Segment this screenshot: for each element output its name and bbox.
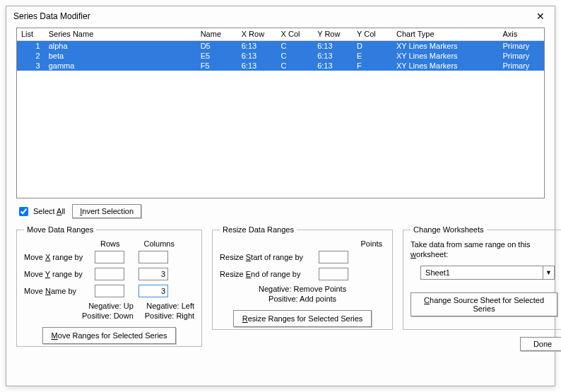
- col-header-name[interactable]: Name: [196, 28, 237, 41]
- table-row[interactable]: 2betaE56:13C6:13EXY Lines MarkersPrimary: [17, 51, 544, 61]
- move-btn-u: M: [52, 331, 58, 340]
- move-name-cols-input[interactable]: [138, 285, 168, 297]
- move-name-rows-input[interactable]: [95, 285, 124, 297]
- cell-name: E5: [196, 51, 237, 61]
- resize-s-pre: Resize: [220, 253, 246, 261]
- table-row[interactable]: 1alphaD56:13C6:13DXY Lines MarkersPrimar…: [17, 41, 544, 52]
- cell-series: beta: [45, 51, 196, 61]
- resize-s-u: S: [246, 253, 251, 261]
- move-btn-post: ove Ranges for Selected Series: [58, 331, 167, 340]
- change-text-post: orksheet:: [416, 250, 448, 259]
- cell-ycol: F: [353, 61, 392, 71]
- cell-yrow: 6:13: [313, 51, 353, 61]
- cell-xcol: C: [277, 61, 314, 71]
- change-btn-u: C: [424, 296, 430, 304]
- resize-legend: Resize Data Ranges: [220, 225, 297, 234]
- move-y-post: range by: [50, 270, 83, 278]
- resize-data-ranges-group: Resize Data Ranges Points Resize Start o…: [212, 225, 393, 330]
- move-ranges-button[interactable]: Move Ranges for Selected Series: [42, 327, 177, 344]
- move-hdr-rows: Rows: [100, 239, 120, 248]
- chevron-down-icon[interactable]: ▼: [543, 266, 554, 279]
- move-x-rows-input[interactable]: [95, 251, 124, 263]
- move-note-rows: Negative: Up Positive: Down: [82, 302, 134, 321]
- resize-btn-u: R: [242, 314, 248, 323]
- move-y-pre: Move: [24, 270, 45, 278]
- resize-end-input[interactable]: [319, 268, 348, 280]
- change-text-pre: Take data from same range on this: [411, 240, 530, 249]
- resize-e-post: nd of range by: [251, 270, 300, 278]
- cell-chart: XY Lines Markers: [392, 61, 498, 71]
- cell-list: 1: [17, 41, 45, 52]
- move-x-cols-input[interactable]: [138, 251, 168, 263]
- move-n-post: ame by: [51, 287, 76, 295]
- cell-xcol: C: [277, 41, 314, 52]
- cell-axis: Primary: [498, 51, 544, 61]
- cell-ycol: D: [353, 41, 392, 52]
- invert-post: nvert Selection: [82, 207, 134, 215]
- done-button[interactable]: Done: [520, 337, 561, 351]
- select-all-checkbox[interactable]: [19, 207, 28, 216]
- cell-chart: XY Lines Markers: [392, 51, 498, 61]
- series-grid[interactable]: List Series Name Name X Row X Col Y Row …: [16, 28, 545, 198]
- change-btn-post: hange Source Sheet for Selected Series: [430, 296, 544, 313]
- move-y-rows-input[interactable]: [95, 268, 124, 280]
- cell-list: 3: [17, 61, 45, 71]
- cell-name: F5: [196, 61, 237, 71]
- col-header-list[interactable]: List: [17, 28, 45, 41]
- col-header-yrow[interactable]: Y Row: [313, 28, 353, 41]
- cell-xrow: 6:13: [237, 41, 277, 52]
- col-header-chart[interactable]: Chart Type: [392, 28, 498, 41]
- dialog-window: Series Data Modifier ✕ List Series Name …: [6, 6, 555, 386]
- cell-xrow: 6:13: [237, 51, 277, 61]
- change-text-u: w: [411, 250, 416, 259]
- cell-axis: Primary: [498, 61, 544, 71]
- col-header-xcol[interactable]: X Col: [277, 28, 314, 41]
- titlebar: Series Data Modifier ✕: [6, 6, 555, 25]
- cell-xcol: C: [277, 51, 314, 61]
- col-header-xrow[interactable]: X Row: [237, 28, 277, 41]
- change-source-sheet-button[interactable]: Change Source Sheet for Selected Series: [411, 292, 557, 316]
- cell-series: alpha: [45, 41, 196, 52]
- move-y-u: Y: [45, 270, 50, 278]
- col-header-axis[interactable]: Axis: [498, 28, 544, 41]
- close-icon[interactable]: ✕: [533, 11, 548, 22]
- cell-series: gamma: [45, 61, 196, 71]
- move-hdr-cols: Columns: [144, 239, 175, 248]
- resize-e-u: E: [246, 270, 251, 278]
- cell-axis: Primary: [498, 41, 544, 52]
- cell-chart: XY Lines Markers: [392, 41, 498, 52]
- move-y-cols-input[interactable]: [138, 268, 168, 280]
- select-all-label[interactable]: Select All: [16, 205, 65, 218]
- resize-btn-post: esize Ranges for Selected Series: [248, 314, 363, 323]
- resize-hdr-points: Points: [361, 239, 383, 248]
- col-header-series[interactable]: Series Name: [45, 28, 196, 41]
- cell-xrow: 6:13: [237, 61, 277, 71]
- col-header-ycol[interactable]: Y Col: [353, 28, 392, 41]
- resize-e-pre: Resize: [220, 270, 246, 278]
- change-worksheets-group: Change Worksheets Take data from same ra…: [403, 225, 561, 330]
- window-title: Series Data Modifier: [13, 11, 90, 21]
- cell-yrow: 6:13: [313, 41, 353, 52]
- move-data-ranges-group: Move Data Ranges Rows Columns Move X ran…: [16, 225, 202, 347]
- move-x-post: range by: [50, 253, 83, 261]
- resize-ranges-button[interactable]: Resize Ranges for Selected Series: [233, 310, 372, 327]
- invert-selection-button[interactable]: Invert Selection: [72, 204, 141, 218]
- worksheet-select[interactable]: Sheet1 ▼: [420, 266, 555, 280]
- cell-ycol: E: [353, 51, 392, 61]
- change-legend: Change Worksheets: [411, 225, 486, 234]
- change-text: Take data from same range on this worksh…: [411, 239, 557, 260]
- grid-header-row: List Series Name Name X Row X Col Y Row …: [17, 28, 544, 41]
- cell-yrow: 6:13: [313, 61, 353, 71]
- move-x-pre: Move: [24, 253, 45, 261]
- resize-notes: Negative: Remove Points Positive: Add po…: [220, 285, 385, 304]
- select-all-text-post: ll: [61, 207, 65, 215]
- table-row[interactable]: 3gammaF56:13C6:13FXY Lines MarkersPrimar…: [17, 61, 544, 71]
- worksheet-select-value: Sheet1: [425, 268, 450, 277]
- resize-start-input[interactable]: [319, 251, 348, 263]
- cell-name: D5: [196, 41, 237, 52]
- move-n-pre: Move: [24, 287, 45, 295]
- select-all-text-pre: Select: [33, 207, 57, 215]
- resize-s-post: tart of range by: [251, 253, 303, 261]
- move-n-u: N: [45, 287, 51, 295]
- cell-list: 2: [17, 51, 45, 61]
